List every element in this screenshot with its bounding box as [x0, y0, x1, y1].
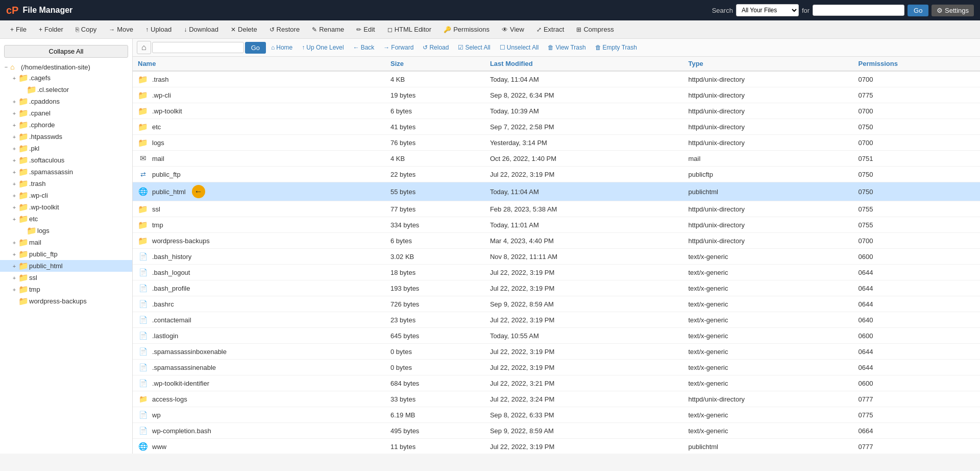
file-name: .spamassassinboxenable [152, 348, 227, 356]
table-row[interactable]: 📄.lastlogin645 bytesToday, 10:55 AMtext/… [133, 328, 980, 344]
view-trash-button[interactable]: 🗑 View Trash [544, 42, 590, 53]
sidebar-item-tmp[interactable]: + 📁 tmp [0, 284, 132, 295]
sidebar-item-cphorde[interactable]: + 📁 .cphorde [0, 119, 132, 131]
view-button[interactable]: 👁 View [497, 23, 529, 35]
table-row[interactable]: 📄.bash_profile193 bytesJul 22, 2022, 3:1… [133, 280, 980, 296]
sidebar-item-wordpress-backups[interactable]: 📁 wordpress-backups [0, 295, 132, 307]
root-toggle-icon: − [2, 64, 10, 70]
table-row[interactable]: 📁wordpress-backups6 bytesMar 4, 2023, 4:… [133, 233, 980, 249]
move-button[interactable]: → Move [104, 23, 138, 35]
home-button[interactable]: ⌂ [137, 41, 151, 54]
sidebar-item-trash[interactable]: + 📁 .trash [0, 178, 132, 190]
path-input[interactable] [152, 42, 244, 53]
rename-button[interactable]: ✎ Rename [307, 23, 349, 35]
download-button[interactable]: ↓ Download [179, 23, 224, 35]
table-row[interactable]: 🌐www11 bytesJul 22, 2022, 3:19 PMpublich… [133, 439, 980, 454]
text-file-icon: 📄 [138, 410, 148, 420]
cpaddons-toggle: + [10, 99, 18, 105]
folder-icon: 📁 [18, 261, 28, 271]
table-row[interactable]: 🌐public_html←55 bytesToday, 11:04 AMpubl… [133, 182, 980, 201]
file-modified: Mar 4, 2023, 4:40 PM [485, 233, 683, 249]
sidebar-item-cpaddons[interactable]: + 📁 .cpaddons [0, 96, 132, 107]
table-row[interactable]: 📄.spamassassinenable0 bytesJul 22, 2022,… [133, 360, 980, 375]
table-row[interactable]: 📁access-logs33 bytesJul 22, 2022, 3:24 P… [133, 391, 980, 407]
up-one-level-button[interactable]: ↑ Up One Level [298, 42, 348, 53]
table-row[interactable]: 📄.bash_logout18 bytesJul 22, 2022, 3:19 … [133, 265, 980, 280]
file-type: text/x-generic [683, 265, 853, 280]
file-name: .wp-cli [152, 91, 171, 99]
sidebar-item-cl-selector[interactable]: 📁 .cl.selector [0, 84, 132, 96]
file-name: ssl [152, 205, 160, 213]
extract-button[interactable]: ⤢ Extract [531, 23, 569, 35]
sidebar-item-logs[interactable]: 📁 logs [0, 225, 132, 237]
folder-icon: 📁 [18, 249, 28, 259]
col-size[interactable]: Size [385, 57, 485, 71]
select-all-button[interactable]: ☑ Select All [454, 42, 494, 53]
file-name-cell: 📁wordpress-backups [133, 233, 385, 249]
collapse-all-button[interactable]: Collapse All [4, 45, 128, 58]
table-row[interactable]: 📄.contactemail23 bytesJul 22, 2022, 3:19… [133, 312, 980, 328]
sidebar-item-wp-cli[interactable]: + 📁 .wp-cli [0, 190, 132, 201]
reload-button[interactable]: ↺ Reload [419, 42, 453, 53]
sidebar-item-softaculous[interactable]: + 📁 .softaculous [0, 154, 132, 166]
html-editor-button[interactable]: ◻ HTML Editor [382, 23, 436, 35]
sidebar-root[interactable]: − ⌂ (/home/destination-site) [0, 62, 132, 72]
table-row[interactable]: 📁.wp-toolkit6 bytesToday, 10:39 AMhttpd/… [133, 103, 980, 119]
col-type[interactable]: Type [683, 57, 853, 71]
copy-button[interactable]: ⎘ Copy [70, 23, 102, 35]
search-input[interactable] [813, 5, 904, 16]
table-row[interactable]: 📄.wp-toolkit-identifier684 bytesJul 22, … [133, 375, 980, 391]
sidebar-item-mail[interactable]: + 📁 mail [0, 237, 132, 248]
add-folder-button[interactable]: + Folder [34, 23, 68, 35]
path-go-button[interactable]: Go [245, 42, 266, 54]
sidebar-item-spamassassin[interactable]: + 📁 .spamassassin [0, 166, 132, 178]
sidebar-item-public-ftp[interactable]: + 📁 public_ftp [0, 248, 132, 260]
search-go-button[interactable]: Go [908, 5, 928, 16]
text-file-icon: 📄 [138, 299, 148, 309]
col-perms[interactable]: Permissions [853, 57, 980, 71]
sidebar-item-cpanel[interactable]: + 📁 .cpanel [0, 107, 132, 119]
sidebar-item-htpasswds[interactable]: + 📁 .htpasswds [0, 131, 132, 143]
table-row[interactable]: 📄.bashrc726 bytesSep 9, 2022, 8:59 AMtex… [133, 296, 980, 312]
text-file-icon: 📄 [138, 362, 148, 372]
main-layout: Collapse All − ⌂ (/home/destination-site… [0, 39, 980, 454]
table-row[interactable]: ⇄public_ftp22 bytesJul 22, 2022, 3:19 PM… [133, 167, 980, 182]
sidebar-item-etc[interactable]: + 📁 etc [0, 213, 132, 225]
table-row[interactable]: 📁.trash4 KBToday, 11:04 AMhttpd/unix-dir… [133, 71, 980, 87]
table-row[interactable]: 📄.spamassassinboxenable0 bytesJul 22, 20… [133, 344, 980, 360]
table-row[interactable]: 📁etc41 bytesSep 7, 2022, 2:58 PMhttpd/un… [133, 119, 980, 135]
edit-button[interactable]: ✏ Edit [351, 23, 380, 35]
forward-button[interactable]: → Forward [379, 42, 418, 53]
empty-trash-button[interactable]: 🗑 Empty Trash [591, 42, 641, 53]
table-row[interactable]: 📄wp-completion.bash495 bytesSep 9, 2022,… [133, 423, 980, 439]
sidebar-item-cagefs[interactable]: + 📁 .cagefs [0, 72, 132, 84]
table-row[interactable]: 📄wp6.19 MBSep 8, 2022, 6:33 PMtext/x-gen… [133, 407, 980, 423]
add-file-button[interactable]: + File [5, 23, 32, 35]
restore-button[interactable]: ↺ Restore [264, 23, 305, 35]
file-type: httpd/unix-directory [683, 233, 853, 249]
col-name[interactable]: Name [133, 57, 385, 71]
sidebar-item-wp-toolkit[interactable]: + 📁 .wp-toolkit [0, 201, 132, 213]
table-row[interactable]: ✉mail4 KBOct 26, 2022, 1:40 PMmail0751 [133, 151, 980, 167]
delete-button[interactable]: ✕ Delete [226, 23, 262, 35]
table-row[interactable]: 📁.wp-cli19 bytesSep 8, 2022, 6:34 PMhttp… [133, 87, 980, 103]
settings-button[interactable]: ⚙ Settings [932, 5, 974, 16]
search-scope-select[interactable]: All Your Files File Names Only File Cont… [736, 4, 799, 16]
file-size: 4 KB [385, 71, 485, 87]
upload-button[interactable]: ↑ Upload [140, 23, 177, 35]
permissions-button[interactable]: 🔑 Permissions [438, 23, 495, 35]
unselect-all-button[interactable]: ☐ Unselect All [496, 42, 543, 53]
back-button[interactable]: ← Back [349, 42, 379, 53]
table-row[interactable]: 📁tmp334 bytesToday, 11:01 AMhttpd/unix-d… [133, 217, 980, 233]
sidebar-item-public-html[interactable]: + 📁 public_html [0, 260, 132, 272]
folder-icon: 📁 [138, 236, 148, 246]
sidebar-item-ssl[interactable]: + 📁 ssl [0, 272, 132, 284]
compress-button[interactable]: ⊞ Compress [571, 23, 619, 35]
col-modified[interactable]: Last Modified [485, 57, 683, 71]
home-nav-button[interactable]: ⌂ Home [267, 42, 297, 53]
sidebar-item-pkl[interactable]: + 📁 .pkl [0, 143, 132, 154]
table-row[interactable]: 📁logs76 bytesYesterday, 3:14 PMhttpd/uni… [133, 135, 980, 151]
file-modified: Today, 11:04 AM [485, 71, 683, 87]
table-row[interactable]: 📁ssl77 bytesFeb 28, 2023, 5:38 AMhttpd/u… [133, 201, 980, 217]
table-row[interactable]: 📄.bash_history3.02 KBNov 8, 2022, 11:11 … [133, 249, 980, 265]
